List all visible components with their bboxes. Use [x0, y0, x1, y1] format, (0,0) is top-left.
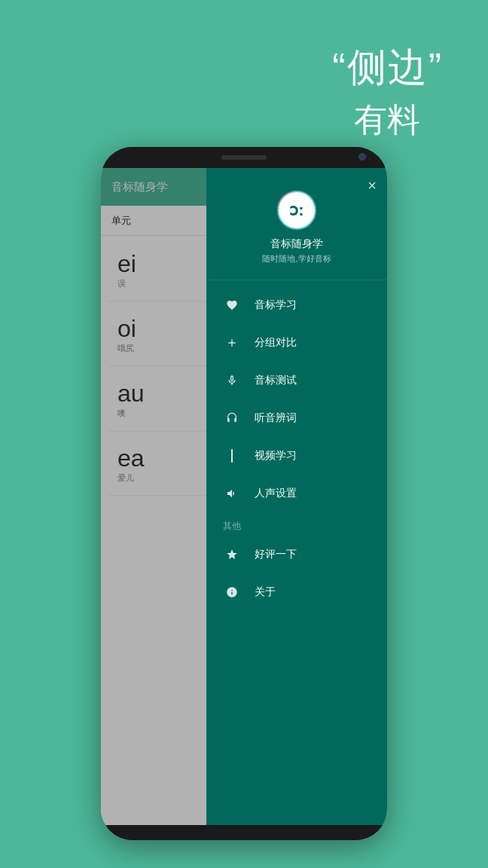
- heart-icon: [223, 296, 241, 314]
- menu-item-about[interactable]: 关于: [206, 573, 387, 611]
- phone-camera: [358, 153, 366, 160]
- svg-rect-0: [231, 449, 233, 463]
- plus-icon: [223, 334, 241, 352]
- menu-label-about: 关于: [255, 585, 276, 599]
- menu-label-voice-settings: 人声设置: [255, 487, 297, 500]
- menu-item-video[interactable]: 视频学习: [206, 437, 387, 475]
- drawer-app-name: 音标随身学: [270, 237, 323, 251]
- menu-label-phonics-test: 音标测试: [255, 374, 297, 387]
- bg-title: “侧边”: [332, 41, 443, 94]
- book-icon: [223, 447, 241, 465]
- menu-item-phonics-test[interactable]: 音标测试: [206, 362, 387, 399]
- drawer-app-desc: 随时随地,学好音标: [262, 253, 331, 264]
- phone-bottom: [101, 825, 387, 840]
- phone-frame: 音标随身学 单元 ei 误 oi 哦尻 au 噢 ea 爱儿: [101, 147, 387, 840]
- phone-top-bar: [101, 147, 387, 168]
- menu-label-listen: 听音辨词: [255, 411, 297, 425]
- side-drawer: × ɔ: 音标随身学 随时随地,学好音标: [206, 168, 387, 825]
- menu-label-group-compare: 分组对比: [255, 336, 297, 350]
- drawer-app-info: ɔ: 音标随身学 随时随地,学好音标: [206, 168, 387, 280]
- mic-icon: [223, 371, 241, 390]
- voice-icon: [223, 484, 241, 503]
- star-icon: [223, 546, 241, 564]
- app-icon-circle: ɔ:: [277, 191, 316, 230]
- menu-label-video: 视频学习: [255, 449, 297, 463]
- menu-item-phonics-learn[interactable]: 音标学习: [206, 286, 387, 324]
- drawer-menu: 音标学习 分组对比: [206, 280, 387, 825]
- menu-label-phonics-learn: 音标学习: [255, 298, 297, 312]
- phone-screen: 音标随身学 单元 ei 误 oi 哦尻 au 噢 ea 爱儿: [101, 168, 387, 825]
- menu-label-rate: 好评一下: [255, 548, 297, 561]
- bg-subtitle: 有料: [354, 98, 420, 142]
- info-icon: [223, 583, 241, 601]
- app-icon-symbol: ɔ:: [289, 200, 303, 220]
- menu-item-group-compare[interactable]: 分组对比: [206, 324, 387, 362]
- phone-speaker: [221, 155, 267, 160]
- menu-item-listen[interactable]: 听音辨词: [206, 399, 387, 437]
- menu-item-voice-settings[interactable]: 人声设置: [206, 475, 387, 512]
- headphone-icon: [223, 409, 241, 427]
- section-other-title: 其他: [206, 512, 387, 536]
- menu-item-rate[interactable]: 好评一下: [206, 536, 387, 573]
- close-button[interactable]: ×: [368, 177, 377, 194]
